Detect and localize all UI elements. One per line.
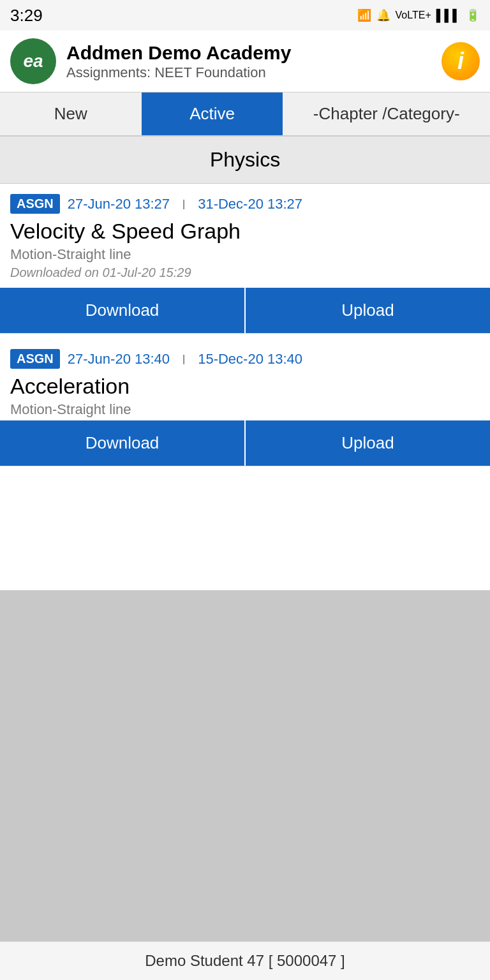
download-button-1[interactable]: Download: [0, 288, 244, 333]
asgn-start-date-1: 27-Jun-20 13:27: [68, 196, 170, 212]
footer-text: Demo Student 47 [ 5000047 ]: [145, 952, 345, 969]
info-icon-text: i: [457, 48, 464, 75]
download-button-2[interactable]: Download: [0, 420, 244, 466]
notification-icon: 🔔: [376, 8, 390, 22]
asgn-meta-2: ASGN 27-Jun-20 13:40 | 15-Dec-20 13:40: [10, 349, 480, 369]
tab-new[interactable]: New: [0, 93, 142, 135]
card-actions-2: Download Upload: [0, 420, 490, 466]
lte-icon: VoLTE+: [396, 10, 431, 21]
app-header: ea Addmen Demo Academy Assignments: NEET…: [0, 31, 490, 93]
wifi-icon: 📶: [357, 8, 371, 22]
signal-icon: ▌▌▌: [436, 9, 461, 22]
battery-icon: 🔋: [466, 8, 480, 22]
tab-chapter-category[interactable]: -Chapter /Category-: [283, 93, 490, 135]
status-bar: 3:29 📶 🔔 VoLTE+ ▌▌▌ 🔋: [0, 0, 490, 31]
empty-gray-area: [0, 590, 490, 941]
content-area: ASGN 27-Jun-20 13:27 | 31-Dec-20 13:27 V…: [0, 184, 490, 590]
assignment-card-1: ASGN 27-Jun-20 13:27 | 31-Dec-20 13:27 V…: [0, 184, 490, 334]
asgn-separator-2: |: [182, 353, 185, 365]
assignment-title-2: Acceleration: [10, 374, 480, 399]
asgn-separator-1: |: [182, 198, 185, 210]
upload-button-2[interactable]: Upload: [244, 420, 490, 466]
assignment-category-1: Motion-Straight line: [10, 246, 480, 263]
assignment-downloaded-1: Downloaded on 01-Jul-20 15:29: [10, 265, 480, 280]
app-logo: ea: [10, 38, 56, 84]
info-button[interactable]: i: [442, 42, 480, 80]
asgn-badge-2: ASGN: [10, 349, 60, 369]
assignment-card-2: ASGN 27-Jun-20 13:40 | 15-Dec-20 13:40 A…: [0, 339, 490, 466]
assignment-category-2: Motion-Straight line: [10, 401, 480, 418]
app-title: Addmen Demo Academy: [66, 41, 431, 64]
tab-bar: New Active -Chapter /Category-: [0, 93, 490, 137]
assignment-title-1: Velocity & Speed Graph: [10, 219, 480, 244]
section-header: Physics: [0, 137, 490, 184]
upload-button-1[interactable]: Upload: [244, 288, 490, 333]
asgn-start-date-2: 27-Jun-20 13:40: [68, 351, 170, 368]
status-icons: 📶 🔔 VoLTE+ ▌▌▌ 🔋: [357, 8, 480, 22]
asgn-end-date-2: 15-Dec-20 13:40: [198, 351, 302, 368]
card-actions-1: Download Upload: [0, 288, 490, 333]
asgn-end-date-1: 31-Dec-20 13:27: [198, 196, 302, 212]
asgn-badge-1: ASGN: [10, 194, 60, 214]
app-title-area: Addmen Demo Academy Assignments: NEET Fo…: [66, 41, 431, 81]
asgn-meta-1: ASGN 27-Jun-20 13:27 | 31-Dec-20 13:27: [10, 194, 480, 214]
tab-active[interactable]: Active: [142, 93, 283, 135]
status-time: 3:29: [10, 6, 43, 26]
footer: Demo Student 47 [ 5000047 ]: [0, 941, 490, 980]
logo-text: ea: [23, 52, 43, 70]
app-subtitle: Assignments: NEET Foundation: [66, 64, 431, 81]
